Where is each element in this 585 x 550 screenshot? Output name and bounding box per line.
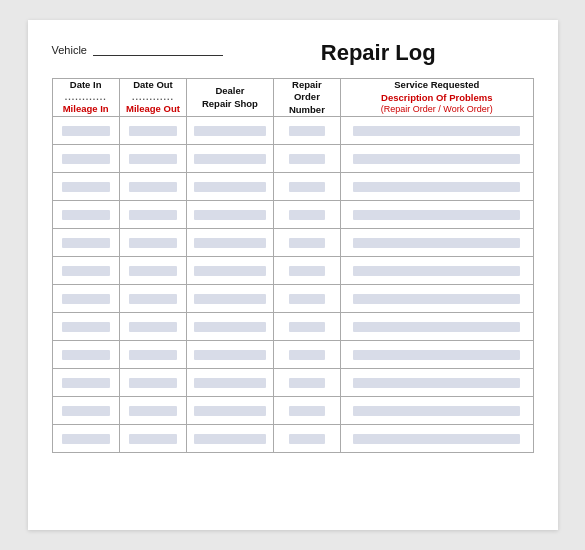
cell-order[interactable] (273, 341, 340, 369)
cell-date-in[interactable] (52, 397, 119, 425)
cell-service[interactable] (341, 341, 533, 369)
table-row (52, 425, 533, 453)
cell-date-out[interactable] (119, 257, 186, 285)
cell-service[interactable] (341, 425, 533, 453)
date-in-label-bottom: Mileage In (53, 103, 119, 115)
repair-log-table: Date In ............ Mileage In Date Out… (52, 78, 534, 453)
table-row (52, 201, 533, 229)
col-header-date-in: Date In ............ Mileage In (52, 79, 119, 117)
cell-service[interactable] (341, 369, 533, 397)
table-row (52, 369, 533, 397)
cell-dealer[interactable] (187, 397, 274, 425)
cell-service[interactable] (341, 145, 533, 173)
col-header-date-out: Date Out ............ Mileage Out (119, 79, 186, 117)
cell-service[interactable] (341, 313, 533, 341)
cell-service[interactable] (341, 285, 533, 313)
cell-date-out[interactable] (119, 117, 186, 145)
cell-date-in[interactable] (52, 425, 119, 453)
date-out-label-top: Date Out (120, 79, 186, 91)
cell-dealer[interactable] (187, 201, 274, 229)
header: Vehicle Repair Log (52, 40, 534, 66)
cell-date-in[interactable] (52, 229, 119, 257)
cell-order[interactable] (273, 229, 340, 257)
cell-date-in[interactable] (52, 369, 119, 397)
table-row (52, 117, 533, 145)
cell-order[interactable] (273, 145, 340, 173)
date-out-label-bottom: Mileage Out (120, 103, 186, 115)
cell-dealer[interactable] (187, 341, 274, 369)
date-in-dots: ............ (53, 92, 119, 104)
cell-date-out[interactable] (119, 397, 186, 425)
cell-service[interactable] (341, 397, 533, 425)
cell-date-out[interactable] (119, 369, 186, 397)
dealer-label-bottom: Repair Shop (187, 98, 273, 110)
col-header-order: Repair Order Number (273, 79, 340, 117)
cell-date-in[interactable] (52, 145, 119, 173)
cell-dealer[interactable] (187, 425, 274, 453)
service-label-mid: Description Of Problems (341, 92, 532, 104)
cell-date-out[interactable] (119, 173, 186, 201)
date-out-dots: ............ (120, 92, 186, 104)
vehicle-field: Vehicle (52, 40, 223, 56)
cell-date-out[interactable] (119, 341, 186, 369)
cell-date-out[interactable] (119, 145, 186, 173)
cell-order[interactable] (273, 201, 340, 229)
cell-dealer[interactable] (187, 173, 274, 201)
cell-dealer[interactable] (187, 313, 274, 341)
date-in-label-top: Date In (53, 79, 119, 91)
cell-order[interactable] (273, 313, 340, 341)
col-header-dealer: Dealer Repair Shop (187, 79, 274, 117)
col-header-service: Service Requested Description Of Problem… (341, 79, 533, 117)
service-label-bot: (Repair Order / Work Order) (341, 104, 532, 116)
cell-date-in[interactable] (52, 201, 119, 229)
order-label-bottom: Number (274, 104, 340, 116)
cell-order[interactable] (273, 257, 340, 285)
table-row (52, 397, 533, 425)
cell-order[interactable] (273, 369, 340, 397)
table-row (52, 341, 533, 369)
cell-dealer[interactable] (187, 285, 274, 313)
vehicle-line (93, 44, 223, 56)
cell-dealer[interactable] (187, 257, 274, 285)
order-label-mid: Order (274, 91, 340, 103)
page-title: Repair Log (223, 40, 534, 66)
vehicle-label: Vehicle (52, 44, 87, 56)
cell-date-in[interactable] (52, 341, 119, 369)
table-row (52, 145, 533, 173)
cell-date-out[interactable] (119, 285, 186, 313)
cell-order[interactable] (273, 285, 340, 313)
cell-order[interactable] (273, 397, 340, 425)
cell-date-in[interactable] (52, 257, 119, 285)
cell-date-in[interactable] (52, 117, 119, 145)
cell-dealer[interactable] (187, 145, 274, 173)
cell-date-in[interactable] (52, 313, 119, 341)
order-label-top: Repair (274, 79, 340, 91)
cell-dealer[interactable] (187, 117, 274, 145)
cell-service[interactable] (341, 173, 533, 201)
cell-order[interactable] (273, 117, 340, 145)
cell-service[interactable] (341, 117, 533, 145)
table-row (52, 173, 533, 201)
table-header-row: Date In ............ Mileage In Date Out… (52, 79, 533, 117)
cell-order[interactable] (273, 425, 340, 453)
table-row (52, 285, 533, 313)
cell-order[interactable] (273, 173, 340, 201)
cell-date-out[interactable] (119, 229, 186, 257)
table-row (52, 257, 533, 285)
table-row (52, 229, 533, 257)
page: Vehicle Repair Log Date In ............ … (28, 20, 558, 530)
cell-date-out[interactable] (119, 201, 186, 229)
cell-service[interactable] (341, 201, 533, 229)
dealer-label-top: Dealer (187, 85, 273, 97)
cell-date-in[interactable] (52, 285, 119, 313)
cell-dealer[interactable] (187, 369, 274, 397)
cell-dealer[interactable] (187, 229, 274, 257)
cell-service[interactable] (341, 229, 533, 257)
table-body (52, 117, 533, 453)
service-label-top: Service Requested (341, 79, 532, 91)
cell-date-out[interactable] (119, 313, 186, 341)
cell-date-in[interactable] (52, 173, 119, 201)
cell-date-out[interactable] (119, 425, 186, 453)
table-row (52, 313, 533, 341)
cell-service[interactable] (341, 257, 533, 285)
